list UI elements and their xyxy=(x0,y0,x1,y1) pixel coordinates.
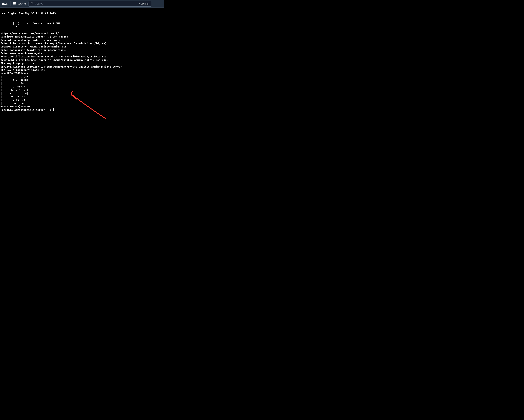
terminal-line: Enter passphrase (empty for no passphras… xyxy=(0,49,67,52)
terminal[interactable]: Last login: Tue May 30 21:30:07 2023 __|… xyxy=(0,8,164,119)
aws-logo-text: aws xyxy=(2,2,8,6)
cursor-icon xyxy=(53,108,54,111)
terminal-prompt: [ansible-admin@ansible-server ~]$ xyxy=(0,35,53,38)
terminal-line: +----[SHA256]-----+ xyxy=(0,105,30,108)
terminal-line: Generating public/private rsa key pair. xyxy=(0,39,61,42)
terminal-line: SHA256:/pX6xl3Hb+Us19g2EVjl1DjVgZspubHIO… xyxy=(0,65,122,68)
terminal-line: __| __|_ ) xyxy=(0,18,30,21)
services-label: Services xyxy=(17,3,26,5)
terminal-line: | + o o . .=| xyxy=(0,92,28,95)
terminal-line: The key's randomart image is: xyxy=(0,69,45,71)
terminal-line: Your identification has been saved in /h… xyxy=(0,55,108,58)
terminal-line: | ....Bo*| xyxy=(0,82,26,85)
terminal-line: | . . . .+X| xyxy=(0,75,30,78)
terminal-line: | o .o. **| xyxy=(0,95,26,98)
terminal-command: ssh-keygen xyxy=(53,35,68,38)
svg-point-0 xyxy=(31,2,33,4)
terminal-prompt: [ansible-admin@ansible-server ~]$ xyxy=(0,108,53,111)
terminal-line: +---[RSA 2048]----+ xyxy=(0,72,30,75)
search-icon xyxy=(31,2,34,5)
services-button[interactable]: Services xyxy=(13,2,26,5)
terminal-line: https://aws.amazon.com/amazon-linux-2/ xyxy=(0,32,59,35)
aws-logo[interactable]: aws xyxy=(2,1,10,6)
terminal-line: ___|\___|___| xyxy=(0,25,30,28)
annotation-underline xyxy=(55,43,72,43)
terminal-line: _| ( / Amazon Linux 2 AMI xyxy=(0,22,61,25)
annotation-arrow xyxy=(66,89,115,119)
terminal-line: | . +E=.+| xyxy=(0,85,26,88)
search-container[interactable]: [Option+S] xyxy=(28,1,151,7)
terminal-line: Created directory '/home/ansible-admin/.… xyxy=(0,45,70,48)
terminal-line: | S . = ..| xyxy=(0,88,28,91)
grid-icon xyxy=(13,2,16,5)
search-shortcut: [Option+S] xyxy=(139,3,149,5)
svg-line-1 xyxy=(33,4,33,5)
terminal-line: Last login: Tue May 30 21:30:07 2023 xyxy=(0,12,56,15)
aws-header: aws Services [Option+S] xyxy=(0,0,164,8)
terminal-line: Your public key has been saved in /home/… xyxy=(0,59,108,61)
terminal-line: Enter same passphrase again: xyxy=(0,52,44,55)
terminal-line: | oo. =.| xyxy=(0,102,26,105)
terminal-line: Enter file in which to save the key (/ho… xyxy=(0,42,108,45)
terminal-line: The key fingerprint is: xyxy=(0,62,36,65)
search-input[interactable] xyxy=(35,2,137,5)
terminal-line: | . oo +.X| xyxy=(0,98,26,101)
terminal-line: | o . oo+B| xyxy=(0,79,28,81)
